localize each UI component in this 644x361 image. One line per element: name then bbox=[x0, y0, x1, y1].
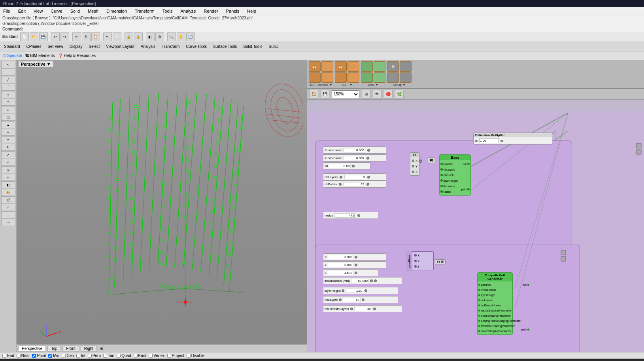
gh-fit-btn[interactable]: ⊞ bbox=[362, 90, 370, 99]
initial-radius-input[interactable] bbox=[351, 279, 369, 283]
gh-2d-btn2[interactable] bbox=[347, 61, 359, 72]
cb-mid[interactable] bbox=[48, 354, 52, 358]
status-perp[interactable]: Perp bbox=[88, 353, 101, 358]
sb-arc[interactable]: ◠ bbox=[1, 99, 15, 106]
z-bottom-input[interactable] bbox=[328, 271, 353, 275]
cb-near[interactable] bbox=[17, 354, 21, 358]
menu-curve[interactable]: Curve bbox=[49, 8, 64, 14]
sb-scale[interactable]: ⤢ bbox=[1, 151, 15, 158]
sb-move[interactable]: ✦ bbox=[1, 136, 15, 143]
menu-solid[interactable]: Solid bbox=[69, 8, 81, 14]
sb-render[interactable]: 🎨 bbox=[1, 189, 15, 196]
gh-2d-btn3[interactable] bbox=[335, 72, 347, 83]
layer-height-input[interactable] bbox=[346, 289, 363, 293]
bim-plugin[interactable]: 🏗 BIM Elements bbox=[25, 53, 55, 58]
cb-project[interactable] bbox=[167, 354, 171, 358]
status-quad[interactable]: Quad bbox=[117, 353, 131, 358]
status-point[interactable]: Point bbox=[32, 353, 46, 358]
tb-rotate[interactable]: 🔄 bbox=[186, 32, 195, 41]
tb2-solidtools[interactable]: Solid Tools bbox=[241, 44, 264, 49]
sb-extrude[interactable]: ▲ bbox=[1, 121, 15, 128]
tb-save[interactable]: 💾 bbox=[39, 32, 48, 41]
tb2-transform[interactable]: Transform bbox=[159, 44, 182, 49]
gh-2d-btn1[interactable]: 2D bbox=[335, 61, 347, 72]
gh-magnet-btn[interactable]: 🔴 bbox=[384, 90, 393, 99]
add-viewport-btn[interactable]: ⊕ bbox=[100, 346, 103, 351]
gh-canvas[interactable]: Extrusion Multiplier X coordinate bbox=[307, 111, 644, 352]
gh-1d-btn3[interactable] bbox=[309, 72, 321, 83]
gh-bool-btn1[interactable] bbox=[361, 61, 373, 72]
status-near[interactable]: Near bbox=[17, 353, 30, 358]
gh-1d-btn4[interactable] bbox=[321, 72, 333, 83]
speckle-plugin[interactable]: ⬡ Speckle bbox=[2, 53, 22, 58]
z0-input[interactable] bbox=[329, 164, 351, 168]
tb-undo[interactable]: ↩ bbox=[51, 32, 60, 41]
zoom-selector[interactable]: 150% 100% 75% 50% bbox=[332, 90, 359, 98]
help-plugin[interactable]: ❓ Help & Resources bbox=[58, 53, 96, 58]
nblayers-top-input[interactable] bbox=[344, 175, 366, 179]
sb-check[interactable]: ✓ bbox=[1, 204, 15, 211]
menu-help[interactable]: Help bbox=[246, 8, 258, 14]
menu-analyze[interactable]: Analyze bbox=[179, 8, 197, 14]
status-disable[interactable]: Disable bbox=[187, 353, 204, 358]
tb2-display[interactable]: Display bbox=[67, 44, 85, 49]
viewport[interactable]: Perspective ▼ X Y Z bbox=[17, 60, 307, 352]
tb-window-select[interactable]: ⬜ bbox=[113, 32, 121, 41]
gh-setup-btn4[interactable] bbox=[400, 72, 412, 83]
x-coord-input[interactable] bbox=[344, 148, 365, 152]
tb-lock[interactable]: 🔒 bbox=[134, 32, 143, 41]
tb2-setview[interactable]: Set View bbox=[45, 44, 65, 49]
tb2-cplanes[interactable]: CPlanes bbox=[24, 44, 44, 49]
menu-tools[interactable]: Tools bbox=[161, 8, 174, 14]
gh-bool-btn3[interactable] bbox=[361, 72, 373, 83]
menu-edit[interactable]: Edit bbox=[17, 8, 27, 14]
y-bottom-input[interactable] bbox=[328, 263, 353, 267]
cb-int[interactable] bbox=[76, 354, 80, 358]
status-cen[interactable]: Cen bbox=[62, 353, 74, 358]
x-bottom-input[interactable] bbox=[328, 255, 353, 259]
tb2-select[interactable]: Select bbox=[87, 44, 102, 49]
menu-panels[interactable]: Panels bbox=[225, 8, 241, 14]
sb-rectangle[interactable]: □ bbox=[1, 106, 15, 113]
viewport-label[interactable]: Perspective ▼ bbox=[18, 61, 54, 67]
tb-cut[interactable]: ✂ bbox=[72, 32, 81, 41]
tb-properties[interactable]: ⚙ bbox=[155, 32, 164, 41]
gh-1d-btn2[interactable] bbox=[321, 61, 333, 72]
cb-vertex[interactable] bbox=[149, 354, 153, 358]
sb-rotate[interactable]: ↻ bbox=[1, 144, 15, 151]
radius-top-input[interactable] bbox=[334, 213, 356, 218]
sb-point[interactable]: · bbox=[1, 68, 15, 76]
cb-disable[interactable] bbox=[187, 354, 191, 358]
status-vertex[interactable]: Vertex bbox=[149, 353, 164, 358]
nbpoints-input[interactable] bbox=[344, 182, 365, 186]
tb2-standard[interactable]: Standard bbox=[2, 44, 23, 49]
tb-redo[interactable]: ↪ bbox=[60, 32, 69, 41]
status-tan[interactable]: Tan bbox=[103, 353, 114, 358]
menu-mesh[interactable]: Mesh bbox=[86, 8, 100, 14]
gh-setup-btn2[interactable] bbox=[400, 61, 412, 72]
tb-layer[interactable]: ◧ bbox=[146, 32, 155, 41]
em-value[interactable] bbox=[479, 138, 499, 143]
menu-view[interactable]: View bbox=[32, 8, 45, 14]
gh-bool-btn4[interactable] bbox=[374, 72, 385, 83]
cb-point[interactable] bbox=[32, 354, 36, 358]
tb-select[interactable]: ↖ bbox=[103, 32, 112, 41]
menu-file[interactable]: File bbox=[2, 8, 12, 14]
tb-new[interactable]: 📄 bbox=[20, 32, 29, 41]
menu-render[interactable]: Render bbox=[202, 8, 220, 14]
status-end[interactable]: End bbox=[2, 353, 14, 358]
tb-zoom[interactable]: 🔍 bbox=[167, 32, 176, 41]
gh-setup-btn1[interactable]: ⚙ bbox=[387, 61, 399, 72]
gh-home-btn[interactable]: 🏠 bbox=[310, 90, 318, 99]
nbpoints-inlayers-input[interactable] bbox=[354, 307, 372, 311]
cb-quad[interactable] bbox=[117, 354, 121, 358]
status-knot[interactable]: Knot bbox=[134, 353, 147, 358]
tab-front[interactable]: Front bbox=[62, 346, 79, 352]
status-mid[interactable]: Mid bbox=[48, 353, 59, 358]
sb-trim[interactable]: ✂ bbox=[1, 129, 15, 136]
tb2-surfacetools[interactable]: Surface Tools bbox=[211, 44, 239, 49]
sb-polyline[interactable]: ⌒ bbox=[1, 84, 15, 91]
menu-transform[interactable]: Transform bbox=[133, 8, 156, 14]
menu-dimension[interactable]: Dimension bbox=[105, 8, 128, 14]
sb-select[interactable]: ↖ bbox=[1, 61, 15, 68]
